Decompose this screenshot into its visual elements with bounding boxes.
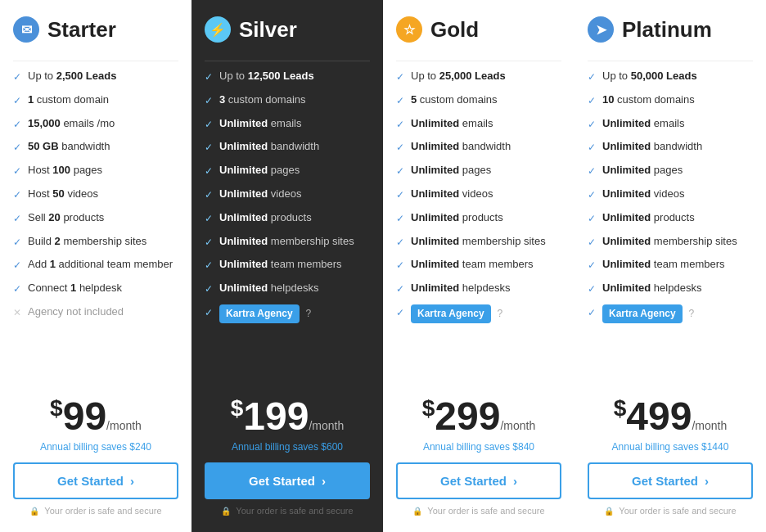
check-icon: ✓ [396,259,404,273]
starter-feature-10: ✕Agency not included [13,300,178,324]
starter-feature-1: ✓1 custom domain [13,88,178,112]
gold-feature-2: ✓Unlimited emails [396,112,561,136]
arrow-icon: › [322,474,326,488]
feature-text: Unlimited helpdesks [411,281,510,295]
silver-feature-10: ✓Kartra Agency? [205,300,370,327]
check-icon: ✓ [13,188,21,202]
feature-text: Unlimited team members [219,257,342,272]
silver-feature-5: ✓Unlimited videos [205,183,370,206]
feature-text: Agency not included [28,304,124,319]
platinum-feature-4: ✓Unlimited pages [588,159,753,183]
starter-header: ✉Starter [13,16,178,43]
silver-price: $199/month [205,397,370,436]
starter-features: ✓Up to 2,500 Leads✓1 custom domain✓15,00… [13,65,178,377]
platinum-feature-9: ✓Unlimited helpdesks [588,277,753,300]
arrow-icon: › [705,474,709,488]
check-icon: ✓ [205,94,213,108]
gold-feature-10: ✓Kartra Agency? [396,300,561,327]
check-icon: ✓ [396,118,404,132]
starter-get-started-button[interactable]: Get Started › [13,462,178,499]
silver-feature-9: ✓Unlimited helpdesks [205,277,370,300]
btn-label: Get Started [440,474,507,488]
platinum-feature-2: ✓Unlimited emails [588,112,753,136]
silver-feature-0: ✓Up to 12,500 Leads [205,65,370,88]
agency-badge[interactable]: Kartra Agency [219,304,300,323]
platinum-icon: ➤ [588,16,614,43]
feature-text: 50 GB bandwidth [28,139,110,154]
btn-label: Get Started [249,474,315,488]
agency-badge[interactable]: Kartra Agency [411,304,491,323]
check-icon: ✓ [396,212,404,226]
feature-text: Unlimited emails [411,116,493,131]
starter-feature-8: ✓Add 1 additional team member [13,253,178,277]
help-icon[interactable]: ? [689,307,695,321]
feature-text: 3 custom domains [219,92,306,107]
check-icon: ✓ [13,165,21,178]
silver-header: ⚡Silver [205,16,370,43]
silver-feature-4: ✓Unlimited pages [205,159,370,183]
agency-badge[interactable]: Kartra Agency [602,304,683,323]
check-icon: ✓ [205,212,213,226]
starter-feature-2: ✓15,000 emails /mo [13,112,178,136]
check-icon: ✓ [588,94,596,108]
check-icon: ✓ [588,188,596,202]
silver-feature-8: ✓Unlimited team members [205,253,370,277]
feature-text: Add 1 additional team member [28,257,173,272]
check-icon: ✓ [588,141,596,155]
btn-label: Get Started [632,474,698,488]
feature-text: Up to 2,500 Leads [28,69,116,83]
check-icon: ✓ [396,94,404,108]
gold-price-section: $299/month [396,397,561,436]
platinum-feature-8: ✓Unlimited team members [588,253,753,277]
check-icon: ✓ [13,70,21,84]
help-icon[interactable]: ? [306,307,312,321]
gold-header: ☆Gold [396,16,561,43]
feature-text: Unlimited videos [411,187,493,201]
check-icon: ✓ [205,188,213,202]
platinum-get-started-button[interactable]: Get Started › [588,462,753,499]
starter-price: $99/month [13,397,178,436]
secure-label: Your order is safe and secure [44,506,161,516]
check-icon: ✓ [396,165,404,178]
check-icon: ✓ [205,236,213,250]
help-icon[interactable]: ? [498,307,503,321]
gold-savings: Annual billing saves $840 [396,441,561,453]
plan-gold: ☆Gold✓Up to 25,000 Leads✓5 custom domain… [383,0,574,532]
starter-secure-text: 🔒Your order is safe and secure [13,506,178,516]
feature-text: Unlimited bandwidth [602,139,702,154]
check-icon: ✓ [588,282,596,296]
arrow-icon: › [513,474,517,488]
check-icon: ✓ [588,165,596,178]
gold-feature-8: ✓Unlimited team members [396,253,561,277]
starter-feature-9: ✓Connect 1 helpdesk [13,277,178,300]
check-icon: ✓ [13,259,21,273]
feature-text: Sell 20 products [28,210,104,225]
silver-get-started-button[interactable]: Get Started › [205,462,370,499]
silver-divider [205,61,370,61]
feature-text: 15,000 emails /mo [28,116,115,131]
gold-get-started-button[interactable]: Get Started › [396,462,561,499]
silver-feature-6: ✓Unlimited products [205,206,370,230]
lock-icon: 🔒 [412,507,422,516]
platinum-divider [588,61,753,61]
feature-text: Unlimited membership sites [219,234,354,249]
platinum-feature-10: ✓Kartra Agency? [588,300,753,327]
gold-feature-6: ✓Unlimited products [396,206,561,230]
silver-feature-3: ✓Unlimited bandwidth [205,135,370,159]
gold-feature-3: ✓Unlimited bandwidth [396,135,561,159]
starter-icon: ✉ [13,16,39,43]
starter-feature-3: ✓50 GB bandwidth [13,135,178,159]
plan-silver: ⚡Silver✓Up to 12,500 Leads✓3 custom doma… [192,0,383,532]
silver-feature-1: ✓3 custom domains [205,88,370,112]
starter-feature-6: ✓Sell 20 products [13,206,178,230]
silver-icon: ⚡ [205,16,231,43]
check-icon: ✓ [205,118,213,132]
feature-text: Unlimited bandwidth [411,139,511,154]
lock-icon: 🔒 [221,507,231,516]
feature-text: Unlimited pages [602,163,683,178]
platinum-name: Platinum [622,17,712,43]
platinum-feature-0: ✓Up to 50,000 Leads [588,65,753,88]
agency-row: Kartra Agency? [602,304,694,323]
check-icon: ✓ [588,70,596,84]
check-icon: ✓ [13,94,21,108]
